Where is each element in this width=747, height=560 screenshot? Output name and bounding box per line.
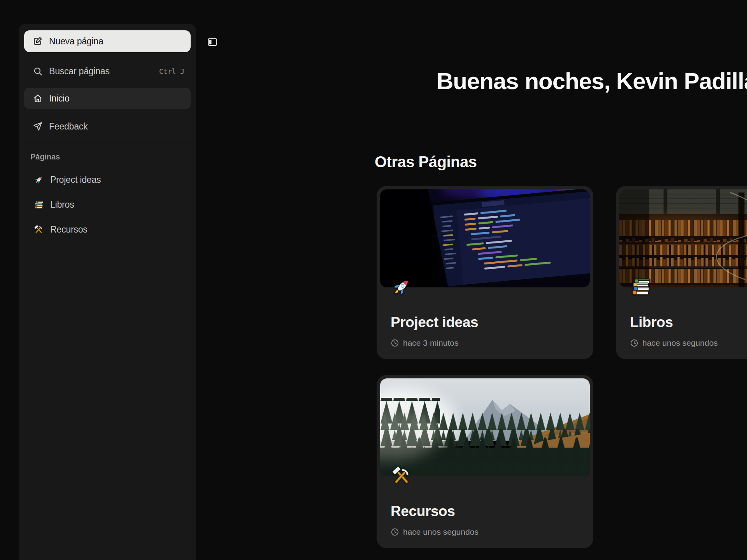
sidebar-item-feedback[interactable]: Feedback xyxy=(24,116,191,137)
books-icon xyxy=(33,200,44,210)
page-item-label: Libros xyxy=(50,200,74,210)
tools-icon xyxy=(33,224,44,235)
card-title: Recursos xyxy=(391,503,455,520)
feedback-label: Feedback xyxy=(49,121,88,132)
card-project-ideas[interactable]: Project ideas hace 3 minutos xyxy=(377,186,593,359)
send-icon xyxy=(33,121,43,131)
page-item-label: Recursos xyxy=(50,224,88,235)
sidebar-pages-list: Project ideas Libros Recursos xyxy=(24,169,191,240)
search-icon xyxy=(33,66,43,76)
card-meta-text: hace 3 minutos xyxy=(403,338,458,348)
search-shortcut: Ctrl J xyxy=(159,67,184,75)
card-cover-image xyxy=(380,378,590,476)
edit-icon xyxy=(33,36,43,46)
other-pages-heading: Otras Páginas xyxy=(375,153,477,171)
panel-left-icon xyxy=(207,36,218,48)
card-meta: hace unos segundos xyxy=(630,338,718,348)
sidebar-item-recursos[interactable]: Recursos xyxy=(24,219,191,240)
clock-icon xyxy=(391,339,399,347)
sidebar: Nueva página Buscar páginas Ctrl J Inici… xyxy=(19,24,196,560)
pages-card-grid: Project ideas hace 3 minutos Libros hace… xyxy=(377,186,747,548)
clock-icon xyxy=(391,528,399,536)
search-label: Buscar páginas xyxy=(49,66,110,77)
new-page-label: Nueva página xyxy=(49,36,103,47)
card-title: Project ideas xyxy=(391,314,478,331)
card-meta-text: hace unos segundos xyxy=(642,338,718,348)
card-title: Libros xyxy=(630,314,673,331)
card-libros[interactable]: Libros hace unos segundos xyxy=(616,186,747,359)
sidebar-item-libros[interactable]: Libros xyxy=(24,194,191,215)
home-label: Inicio xyxy=(49,93,70,104)
card-meta-text: hace unos segundos xyxy=(403,527,479,537)
tools-icon xyxy=(391,465,412,487)
card-meta: hace unos segundos xyxy=(391,527,479,537)
card-cover-image xyxy=(380,189,590,287)
pages-section-label: Páginas xyxy=(30,152,60,161)
new-page-button[interactable]: Nueva página xyxy=(24,30,191,52)
rocket-icon xyxy=(33,175,44,185)
card-recursos[interactable]: Recursos hace unos segundos xyxy=(377,375,593,548)
sidebar-item-project-ideas[interactable]: Project ideas xyxy=(24,169,191,191)
greeting-heading: Buenas noches, Kevin Padilla xyxy=(437,68,747,94)
page-item-label: Project ideas xyxy=(50,175,101,185)
sidebar-toggle-button[interactable] xyxy=(205,35,219,49)
books-icon xyxy=(630,276,652,298)
card-cover-image xyxy=(619,189,747,287)
home-icon xyxy=(33,93,43,103)
sidebar-divider xyxy=(19,143,196,143)
clock-icon xyxy=(630,339,638,347)
rocket-icon xyxy=(391,276,412,298)
card-meta: hace 3 minutos xyxy=(391,338,458,348)
sidebar-item-home[interactable]: Inicio xyxy=(24,88,191,109)
sidebar-item-search[interactable]: Buscar páginas Ctrl J xyxy=(24,61,191,82)
